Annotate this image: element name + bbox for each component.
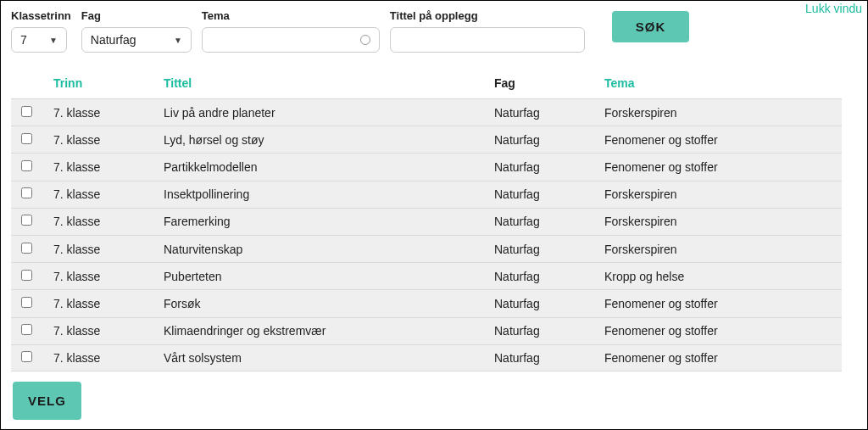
cell-tema: Forskerspiren bbox=[604, 243, 842, 256]
row-checkbox[interactable] bbox=[21, 243, 32, 254]
close-link[interactable]: Lukk vindu bbox=[805, 2, 862, 15]
cell-fag: Naturfag bbox=[494, 160, 604, 174]
filter-tittel: Tittel på opplegg bbox=[390, 9, 585, 53]
chevron-down-icon: ▼ bbox=[49, 36, 58, 45]
table-row: 7. klasseForsøkNaturfagFenomener og stof… bbox=[11, 289, 842, 316]
cell-tema: Kropp og helse bbox=[604, 270, 842, 283]
row-checkbox[interactable] bbox=[21, 297, 32, 308]
cell-trinn: 7. klasse bbox=[53, 270, 164, 283]
table-row: 7. klasseNaturvitenskapNaturfagForskersp… bbox=[11, 235, 842, 262]
filter-fag: Fag Naturfag ▼ bbox=[81, 9, 192, 53]
cell-tema: Forskerspiren bbox=[604, 215, 842, 228]
cell-tittel: Faremerking bbox=[164, 215, 494, 228]
table-row: 7. klassePubertetenNaturfagKropp og hels… bbox=[11, 262, 842, 289]
input-tema-field[interactable] bbox=[211, 33, 360, 47]
cell-tittel: Partikkelmodellen bbox=[164, 160, 494, 174]
row-checkbox[interactable] bbox=[21, 324, 32, 335]
input-tittel-field[interactable] bbox=[399, 33, 576, 47]
cell-tema: Forskerspiren bbox=[604, 187, 842, 201]
cell-trinn: 7. klasse bbox=[53, 106, 164, 120]
table-row: 7. klasseFaremerkingNaturfagForskerspire… bbox=[11, 208, 842, 235]
cell-tema: Fenomener og stoffer bbox=[604, 324, 842, 338]
window: Lukk vindu Klassetrinn 7 ▼ Fag Naturfag … bbox=[0, 0, 868, 430]
label-klassetrinn: Klassetrinn bbox=[11, 9, 71, 22]
cell-tittel: Puberteten bbox=[164, 270, 494, 283]
cell-trinn: 7. klasse bbox=[53, 297, 164, 310]
filter-tema: Tema bbox=[202, 9, 380, 53]
cell-tema: Fenomener og stoffer bbox=[604, 297, 842, 310]
cell-trinn: 7. klasse bbox=[53, 133, 164, 147]
row-checkbox[interactable] bbox=[21, 133, 32, 144]
table-row: 7. klassePartikkelmodellenNaturfagFenome… bbox=[11, 153, 842, 180]
cell-tema: Fenomener og stoffer bbox=[604, 133, 842, 147]
cell-tittel: Forsøk bbox=[164, 297, 494, 310]
filter-bar: Klassetrinn 7 ▼ Fag Naturfag ▼ Tema bbox=[11, 9, 859, 53]
row-checkbox[interactable] bbox=[21, 270, 32, 281]
cell-trinn: 7. klasse bbox=[53, 351, 164, 365]
col-checkbox-header bbox=[11, 76, 53, 90]
content: Klassetrinn 7 ▼ Fag Naturfag ▼ Tema bbox=[1, 1, 867, 428]
cell-tema: Fenomener og stoffer bbox=[604, 160, 842, 174]
cell-fag: Naturfag bbox=[494, 270, 604, 283]
cell-fag: Naturfag bbox=[494, 215, 604, 228]
search-button[interactable]: SØK bbox=[612, 11, 690, 42]
chevron-down-icon: ▼ bbox=[174, 36, 182, 45]
table-row: 7. klasseKlimaendringer og ekstremværNat… bbox=[11, 317, 842, 344]
select-button[interactable]: VELG bbox=[13, 382, 81, 420]
cell-fag: Naturfag bbox=[494, 351, 604, 365]
input-tittel[interactable] bbox=[390, 27, 585, 53]
cell-trinn: 7. klasse bbox=[53, 187, 164, 201]
cell-trinn: 7. klasse bbox=[53, 243, 164, 256]
cell-fag: Naturfag bbox=[494, 133, 604, 147]
table-row: 7. klasseLiv på andre planeterNaturfagFo… bbox=[11, 98, 842, 126]
cell-tittel: Liv på andre planeter bbox=[164, 106, 494, 120]
cell-fag: Naturfag bbox=[494, 243, 604, 256]
cell-fag: Naturfag bbox=[494, 187, 604, 201]
select-klassetrinn-value: 7 bbox=[20, 33, 27, 47]
cell-tittel: Insektpollinering bbox=[164, 187, 494, 201]
cell-tittel: Lyd, hørsel og støy bbox=[164, 133, 494, 147]
filter-klassetrinn: Klassetrinn 7 ▼ bbox=[11, 9, 71, 53]
input-tema[interactable] bbox=[202, 27, 380, 53]
table-row: 7. klasseInsektpollineringNaturfagForske… bbox=[11, 181, 842, 208]
row-checkbox[interactable] bbox=[21, 187, 32, 198]
label-tittel: Tittel på opplegg bbox=[390, 9, 585, 22]
cell-trinn: 7. klasse bbox=[53, 160, 164, 174]
row-checkbox[interactable] bbox=[21, 160, 32, 171]
row-checkbox[interactable] bbox=[21, 351, 32, 362]
table-row: 7. klasseLyd, hørsel og støyNaturfagFeno… bbox=[11, 126, 842, 153]
clear-icon[interactable] bbox=[360, 35, 370, 45]
col-header-trinn[interactable]: Trinn bbox=[53, 76, 164, 90]
filter-search: SØK bbox=[612, 9, 690, 42]
cell-tittel: Vårt solsystem bbox=[164, 351, 494, 365]
cell-fag: Naturfag bbox=[494, 106, 604, 120]
table-body: 7. klasseLiv på andre planeterNaturfagFo… bbox=[11, 98, 842, 371]
cell-tittel: Naturvitenskap bbox=[164, 243, 494, 256]
label-fag: Fag bbox=[81, 9, 192, 22]
col-header-fag[interactable]: Fag bbox=[494, 76, 604, 90]
cell-fag: Naturfag bbox=[494, 297, 604, 310]
cell-tittel: Klimaendringer og ekstremvær bbox=[164, 324, 494, 338]
select-fag-value: Naturfag bbox=[91, 33, 136, 47]
col-header-tittel[interactable]: Tittel bbox=[164, 76, 494, 90]
row-checkbox[interactable] bbox=[21, 215, 32, 226]
cell-fag: Naturfag bbox=[494, 324, 604, 338]
cell-tema: Forskerspiren bbox=[604, 106, 842, 120]
cell-trinn: 7. klasse bbox=[53, 324, 164, 338]
cell-trinn: 7. klasse bbox=[53, 215, 164, 228]
label-tema: Tema bbox=[202, 9, 380, 22]
table-header: Trinn Tittel Fag Tema bbox=[11, 68, 842, 98]
col-header-tema[interactable]: Tema bbox=[604, 76, 842, 90]
row-checkbox[interactable] bbox=[21, 106, 32, 117]
table-row: 7. klasseVårt solsystemNaturfagFenomener… bbox=[11, 344, 842, 371]
select-fag[interactable]: Naturfag ▼ bbox=[81, 27, 192, 53]
select-klassetrinn[interactable]: 7 ▼ bbox=[11, 27, 67, 53]
results-table: Trinn Tittel Fag Tema 7. klasseLiv på an… bbox=[11, 68, 842, 371]
cell-tema: Fenomener og stoffer bbox=[604, 351, 842, 365]
